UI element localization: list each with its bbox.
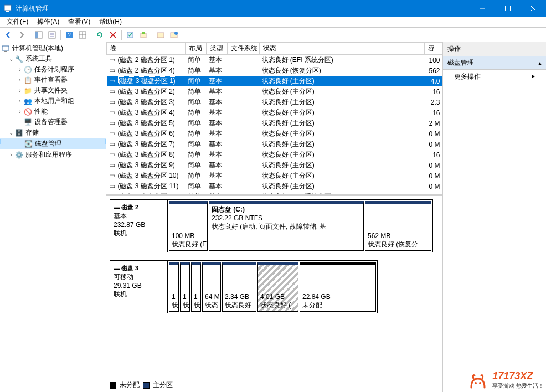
tree-task-scheduler[interactable]: ›🕒任务计划程序: [0, 64, 106, 75]
clock-icon: 🕒: [23, 65, 32, 74]
svg-rect-20: [141, 33, 146, 38]
table-row[interactable]: ▭(磁盘 3 磁盘分区 12)简单基本状态良好 (EFI 系统分区)64: [107, 192, 442, 196]
table-row[interactable]: ▭(磁盘 2 磁盘分区 4)简单基本状态良好 (恢复分区)562: [107, 65, 442, 76]
table-row[interactable]: ▭(磁盘 3 磁盘分区 1)简单基本状态良好 (主分区)4.0: [107, 76, 442, 86]
disk-map[interactable]: ▬ 磁盘 2 基本 232.87 GB 联机 100 MB状态良好 (EF固态盘…: [106, 196, 442, 378]
table-row[interactable]: ▭(磁盘 3 磁盘分区 5)简单基本状态良好 (主分区)2 M: [107, 118, 442, 128]
table-row[interactable]: ▭(磁盘 3 磁盘分区 2)简单基本状态良好 (主分区)16: [107, 86, 442, 97]
expand-icon[interactable]: ›: [17, 109, 23, 115]
tool-button-2[interactable]: [137, 29, 150, 41]
volume-icon: ▭: [109, 130, 117, 137]
properties-button[interactable]: [46, 29, 58, 41]
watermark-logo: 17173XZ 享受游戏 热爱生活！: [467, 370, 544, 390]
svg-rect-22: [157, 33, 164, 38]
column-header-row[interactable]: 卷 布局 类型 文件系统 状态 容: [107, 43, 442, 55]
partition[interactable]: 2.34 GB状态良好: [222, 262, 256, 312]
tree-shared-folders[interactable]: ›📁共享文件夹: [0, 85, 106, 96]
expand-icon[interactable]: ›: [17, 77, 23, 83]
tree-label: 性能: [34, 107, 48, 116]
show-hide-tree-button[interactable]: [33, 29, 45, 41]
expand-icon[interactable]: ›: [17, 98, 23, 104]
expand-icon[interactable]: ›: [17, 66, 23, 73]
collapse-icon[interactable]: ⌄: [8, 56, 14, 62]
watermark-sub: 享受游戏 热爱生活！: [492, 382, 544, 390]
tree-root[interactable]: 计算机管理(本地): [0, 43, 106, 54]
tool-button-3[interactable]: [154, 29, 167, 41]
disk-info: ▬ 磁盘 3 可移动 29.31 GB 联机: [110, 261, 168, 313]
actions-section[interactable]: 磁盘管理 ▴: [443, 56, 546, 70]
tree-services-apps[interactable]: ›⚙️服务和应用程序: [0, 149, 106, 160]
svg-rect-7: [35, 32, 38, 38]
watermark-brand: 17173XZ: [492, 370, 533, 381]
partition[interactable]: 100 MB状态良好 (EF: [169, 201, 208, 251]
tree-label: 任务计划程序: [34, 65, 74, 74]
toolbar: ?: [0, 28, 546, 42]
tree-label: 服务和应用程序: [25, 150, 72, 159]
partition[interactable]: 1状: [169, 262, 179, 312]
tree-event-viewer[interactable]: ›📋事件查看器: [0, 75, 106, 85]
device-icon: 🖥️: [23, 118, 32, 127]
delete-button[interactable]: [107, 29, 119, 41]
partition[interactable]: 1状: [180, 262, 190, 312]
tree-label: 设备管理器: [34, 117, 68, 127]
svg-point-27: [475, 382, 477, 384]
menu-view[interactable]: 查看(V): [64, 16, 95, 28]
table-row[interactable]: ▭(磁盘 3 磁盘分区 6)简单基本状态良好 (主分区)0 M: [107, 128, 442, 139]
window-title: 计算机管理: [16, 4, 470, 13]
volume-icon: ▭: [109, 77, 117, 85]
col-layout[interactable]: 布局: [186, 43, 207, 55]
menu-action[interactable]: 操作(A): [33, 16, 64, 28]
tree-label: 本地用户和组: [34, 96, 74, 106]
svg-point-28: [479, 382, 481, 384]
tree-local-users[interactable]: ›👥本地用户和组: [0, 96, 106, 106]
tool-button-1[interactable]: [124, 29, 136, 41]
volume-icon: ▭: [109, 140, 117, 148]
table-row[interactable]: ▭(磁盘 2 磁盘分区 1)简单基本状态良好 (EFI 系统分区)100: [107, 55, 442, 66]
col-type[interactable]: 类型: [207, 43, 228, 55]
menu-file[interactable]: 文件(F): [2, 16, 33, 28]
tree-system-tools[interactable]: ⌄🔧系统工具: [0, 54, 106, 64]
partition[interactable]: 64 M状态: [202, 262, 221, 312]
table-row[interactable]: ▭(磁盘 3 磁盘分区 10)简单基本状态良好 (主分区)0 M: [107, 171, 442, 181]
refresh-button[interactable]: [94, 29, 106, 41]
volume-list[interactable]: 卷 布局 类型 文件系统 状态 容 ▭(磁盘 2 磁盘分区 1)简单基本状态良好…: [106, 42, 442, 196]
partition[interactable]: 22.84 GB未分配: [300, 262, 376, 312]
partition[interactable]: 562 MB状态良好 (恢复分: [365, 201, 431, 251]
legend-swatch-primary: [143, 382, 150, 389]
menu-help[interactable]: 帮助(H): [95, 16, 126, 28]
partition[interactable]: 4.01 GB状态良好 (: [257, 262, 298, 312]
forward-button[interactable]: [16, 29, 28, 41]
table-row[interactable]: ▭(磁盘 3 磁盘分区 9)简单基本状态良好 (主分区)0 M: [107, 160, 442, 171]
table-row[interactable]: ▭(磁盘 3 磁盘分区 11)简单基本状态良好 (主分区)0 M: [107, 181, 442, 192]
table-row[interactable]: ▭(磁盘 3 磁盘分区 7)简单基本状态良好 (主分区)0 M: [107, 139, 442, 149]
action-more[interactable]: 更多操作 ▸: [443, 70, 546, 84]
disk-row-2[interactable]: ▬ 磁盘 2 基本 232.87 GB 联机 100 MB状态良好 (EF固态盘…: [110, 199, 433, 252]
disk-row-3[interactable]: ▬ 磁盘 3 可移动 29.31 GB 联机 1状1状1状64 M状态2.34 …: [110, 260, 378, 313]
disk-state: 联机: [114, 290, 164, 299]
expand-icon[interactable]: ›: [8, 152, 14, 158]
partition[interactable]: 固态盘 (C:)232.22 GB NTFS状态良好 (启动, 页面文件, 故障…: [209, 201, 364, 251]
table-row[interactable]: ▭(磁盘 3 磁盘分区 4)简单基本状态良好 (主分区)16: [107, 107, 442, 118]
tree-disk-management[interactable]: 💽磁盘管理: [0, 138, 106, 149]
table-row[interactable]: ▭(磁盘 3 磁盘分区 8)简单基本状态良好 (主分区)16: [107, 149, 442, 160]
maximize-button[interactable]: [495, 0, 521, 17]
close-button[interactable]: [521, 0, 546, 17]
tree-device-manager[interactable]: 🖥️设备管理器: [0, 117, 106, 127]
view-list-button[interactable]: [76, 29, 89, 41]
col-status[interactable]: 状态: [260, 43, 425, 55]
navigation-tree[interactable]: 计算机管理(本地) ⌄🔧系统工具 ›🕒任务计划程序 ›📋事件查看器 ›📁共享文件…: [0, 42, 106, 392]
col-capacity[interactable]: 容: [425, 43, 442, 55]
back-button[interactable]: [2, 29, 14, 41]
collapse-icon[interactable]: ⌄: [8, 130, 14, 136]
help-button[interactable]: ?: [63, 29, 75, 41]
table-row[interactable]: ▭(磁盘 3 磁盘分区 3)简单基本状态良好 (主分区)2.3: [107, 97, 442, 107]
minimize-button[interactable]: [470, 0, 495, 17]
expand-icon[interactable]: ›: [17, 87, 23, 94]
partition[interactable]: 1状: [191, 262, 201, 312]
tool-button-4[interactable]: [168, 29, 180, 41]
col-filesystem[interactable]: 文件系统: [228, 43, 260, 55]
tree-performance[interactable]: ›🚫性能: [0, 106, 106, 117]
col-volume[interactable]: 卷: [107, 43, 186, 55]
mascot-icon: [467, 372, 489, 389]
tree-storage[interactable]: ⌄🗄️存储: [0, 127, 106, 138]
